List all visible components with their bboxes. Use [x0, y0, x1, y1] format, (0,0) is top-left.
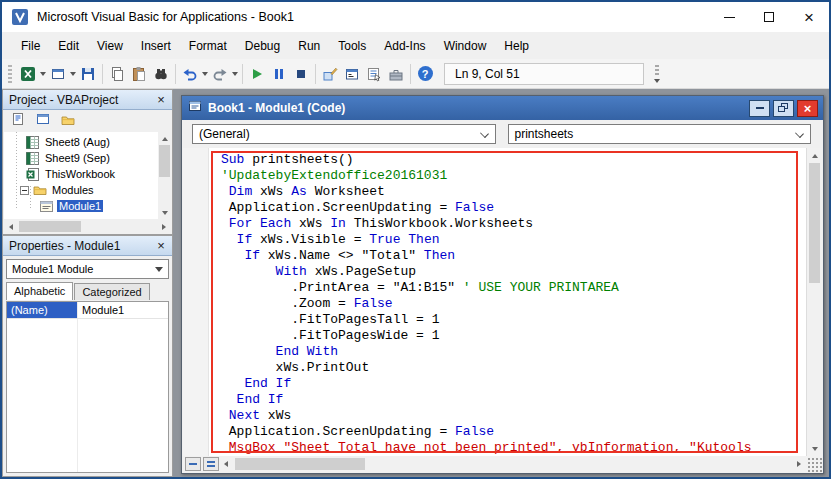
tree-item-sheet9-sep[interactable]: Sheet9 (Sep)	[4, 150, 158, 166]
property-row[interactable]: (Name)Module1	[7, 302, 168, 319]
toolbox-button[interactable]	[385, 62, 407, 86]
help-button[interactable]: ?	[414, 62, 436, 86]
view-microsoft-excel-button-dropdown[interactable]	[39, 62, 47, 86]
design-mode-icon	[322, 66, 338, 82]
insert-userform-button[interactable]	[47, 62, 69, 86]
copy-icon	[109, 66, 125, 82]
procedure-dropdown[interactable]: printsheets	[508, 124, 812, 144]
code-line: If xWs.Name <> "Total" Then	[221, 248, 794, 264]
code-vertical-scrollbar[interactable]	[806, 148, 822, 456]
tree-item-modules[interactable]: Modules	[4, 182, 158, 198]
menu-add-ins[interactable]: Add-Ins	[375, 34, 434, 58]
scrollbar-thumb[interactable]	[235, 458, 365, 470]
redo-icon	[212, 66, 228, 82]
property-name-cell[interactable]: (Name)	[7, 302, 77, 318]
scroll-left-button[interactable]	[4, 220, 18, 233]
reset-button[interactable]	[290, 62, 312, 86]
scroll-right-button[interactable]	[792, 458, 806, 471]
excel-icon	[20, 66, 36, 82]
minimize-button[interactable]	[709, 2, 749, 32]
code-window-minimize-button[interactable]	[749, 100, 770, 117]
scroll-right-button[interactable]	[157, 220, 171, 233]
menu-file[interactable]: File	[12, 34, 49, 58]
scroll-down-button[interactable]	[158, 206, 171, 219]
run-sub-button[interactable]	[246, 62, 268, 86]
project-tree-horizontal-scrollbar[interactable]	[4, 220, 171, 233]
project-tree-vertical-scrollbar[interactable]	[158, 132, 171, 219]
redo-button[interactable]	[209, 62, 231, 86]
close-button[interactable]: ×	[789, 2, 829, 32]
view-microsoft-excel-button[interactable]	[17, 62, 39, 86]
code-margin-bar[interactable]	[183, 148, 209, 456]
design-mode-button[interactable]	[319, 62, 341, 86]
tree-item-sheet8-aug[interactable]: Sheet8 (Aug)	[4, 134, 158, 150]
maximize-button[interactable]	[749, 2, 789, 32]
property-value-cell[interactable]: Module1	[77, 302, 168, 318]
paste-icon	[131, 66, 147, 82]
scroll-up-button[interactable]	[807, 148, 822, 163]
toolbar-separator	[175, 64, 176, 84]
menu-help[interactable]: Help	[495, 34, 538, 58]
break-button[interactable]	[268, 62, 290, 86]
scroll-up-button[interactable]	[158, 132, 171, 145]
scrollbar-thumb[interactable]	[809, 163, 820, 283]
object-dropdown[interactable]: (General)	[192, 124, 496, 144]
chevron-down-icon	[202, 72, 208, 76]
insert-userform-button-dropdown[interactable]	[69, 62, 77, 86]
tree-item-thisworkbook[interactable]: ThisWorkbook	[4, 166, 158, 182]
scrollbar-thumb[interactable]	[159, 145, 170, 177]
tree-item-label: Sheet9 (Sep)	[43, 152, 112, 164]
menu-edit[interactable]: Edit	[49, 34, 88, 58]
menu-insert[interactable]: Insert	[132, 34, 180, 58]
window-controls: ×	[709, 2, 829, 32]
minimize-icon	[756, 107, 764, 109]
save-icon	[80, 66, 96, 82]
procedure-view-button[interactable]	[185, 457, 201, 471]
view-object-button[interactable]	[33, 112, 53, 130]
tab-alphabetic[interactable]: Alphabetic	[6, 282, 73, 300]
properties-window-button[interactable]	[363, 62, 385, 86]
object-selector-combo[interactable]: Module1 Module	[6, 259, 169, 279]
full-module-view-button[interactable]	[203, 457, 219, 471]
tree-item-module1[interactable]: Module1	[4, 198, 158, 214]
code-window-restore-button[interactable]	[773, 100, 794, 117]
properties-panel-header: Properties - Module1 ×	[3, 236, 172, 256]
menu-tools[interactable]: Tools	[329, 34, 375, 58]
find-button[interactable]	[150, 62, 172, 86]
code-text[interactable]: Sub printsheets()'UpdatebyExtendoffice20…	[221, 152, 794, 456]
scrollbar-thumb[interactable]	[19, 221, 81, 232]
redo-button-dropdown[interactable]	[231, 62, 239, 86]
userform-icon	[50, 66, 66, 82]
mdi-client-area: Book1 - Module1 (Code) × (General) print…	[173, 89, 829, 477]
view-code-button[interactable]	[8, 112, 28, 130]
toolbar-overflow-button[interactable]	[654, 62, 660, 86]
toggle-folders-button[interactable]	[58, 112, 78, 130]
project-explorer-button[interactable]	[341, 62, 363, 86]
code-horizontal-scrollbar[interactable]	[183, 456, 822, 472]
code-window-titlebar[interactable]: Book1 - Module1 (Code) ×	[182, 96, 823, 120]
chevron-down-icon	[155, 267, 163, 272]
project-panel-close-button[interactable]: ×	[153, 92, 169, 108]
copy-button[interactable]	[106, 62, 128, 86]
tab-categorized[interactable]: Categorized	[74, 283, 149, 300]
undo-button[interactable]	[179, 62, 201, 86]
paste-button[interactable]	[128, 62, 150, 86]
save-button[interactable]	[77, 62, 99, 86]
undo-button-dropdown[interactable]	[201, 62, 209, 86]
menu-window[interactable]: Window	[435, 34, 496, 58]
code-window-close-button[interactable]: ×	[797, 100, 818, 117]
menu-debug[interactable]: Debug	[236, 34, 289, 58]
collapse-expander-icon[interactable]	[20, 186, 29, 195]
properties-panel-close-button[interactable]: ×	[153, 238, 169, 254]
scroll-left-button[interactable]	[219, 458, 233, 471]
toolbar-grip[interactable]	[8, 65, 12, 83]
resize-grip[interactable]	[806, 456, 822, 472]
scrollbar-track[interactable]	[233, 456, 792, 472]
menu-view[interactable]: View	[88, 34, 132, 58]
code-editor-body: Sub printsheets()'UpdatebyExtendoffice20…	[183, 148, 822, 456]
maximize-icon	[764, 12, 774, 22]
menu-format[interactable]: Format	[180, 34, 236, 58]
menu-run[interactable]: Run	[289, 34, 329, 58]
scroll-down-button[interactable]	[807, 441, 822, 456]
chevron-down-icon	[232, 72, 238, 76]
